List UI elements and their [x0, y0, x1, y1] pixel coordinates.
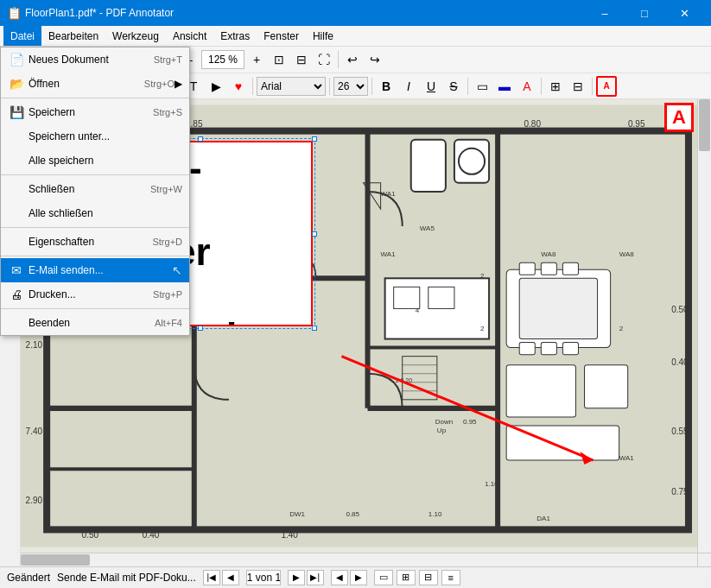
fit-width-btn[interactable]: ⊟ — [291, 49, 312, 70]
speichern-unter-label: Speichern unter... — [29, 130, 182, 142]
scrollbar-thumb-h[interactable] — [21, 554, 90, 566]
scrollbar-thumb-v[interactable] — [699, 99, 710, 151]
svg-text:2: 2 — [480, 272, 485, 280]
redo-btn[interactable]: ↪ — [365, 49, 385, 70]
page-next-btn[interactable]: ▶ — [288, 570, 305, 585]
svg-text:0.50: 0.50 — [671, 305, 689, 314]
undo-btn[interactable]: ↩ — [342, 49, 363, 70]
view-continuous-btn[interactable]: ≡ — [441, 570, 460, 585]
menu-bearbeiten[interactable]: Bearbeiten — [41, 26, 105, 46]
titlebar: 📋 FloorPlan1.pdf* - PDF Annotator – □ ✕ — [0, 0, 711, 26]
menu-hilfe[interactable]: Hilfe — [306, 26, 340, 46]
svg-text:Up: Up — [437, 427, 447, 434]
view-single-btn[interactable]: ▭ — [374, 570, 393, 585]
neues-dokument-label: Neues Dokument — [29, 54, 147, 66]
svg-text:2: 2 — [619, 325, 624, 332]
svg-rect-17 — [519, 278, 597, 338]
svg-text:2.10: 2.10 — [26, 340, 43, 350]
menu-beenden[interactable]: Beenden Alt+F4 — [1, 311, 189, 335]
underline-btn[interactable]: U — [421, 76, 441, 97]
bold-btn[interactable]: B — [376, 76, 397, 97]
zoom-in-btn[interactable]: + — [246, 49, 267, 70]
oeffnen-label: Öffnen — [29, 78, 137, 90]
sep-after-oeffnen — [1, 98, 189, 98]
menu-schliessen[interactable]: Schließen Strg+W — [1, 177, 189, 201]
svg-text:WA8: WA8 — [541, 250, 556, 258]
neues-dokument-shortcut: Strg+T — [154, 54, 182, 65]
border-color-btn[interactable]: ▭ — [472, 76, 492, 97]
schliessen-label: Schließen — [29, 183, 143, 195]
svg-text:WA5: WA5 — [420, 224, 435, 232]
svg-text:1.10: 1.10 — [485, 480, 498, 488]
menu-oeffnen[interactable]: 📂 Öffnen Strg+O ▶ — [1, 72, 189, 96]
fullscreen-btn[interactable]: ⛶ — [314, 49, 334, 70]
svg-text:0.40: 0.40 — [143, 530, 160, 540]
beenden-shortcut: Alt+F4 — [155, 318, 182, 328]
zoom-input[interactable] — [201, 50, 244, 69]
menu-alle-speichern[interactable]: Alle speichern — [1, 149, 189, 173]
svg-text:DW1: DW1 — [289, 510, 305, 518]
menu-eigenschaften[interactable]: Eigenschaften Strg+D — [1, 230, 189, 254]
svg-text:0.55: 0.55 — [671, 427, 689, 436]
status-changed: Geändert — [7, 572, 50, 584]
drucken-icon: 🖨 — [8, 286, 25, 303]
annotate-btn[interactable]: A — [596, 76, 617, 97]
menu-alle-schliessen[interactable]: Alle schließen — [1, 201, 189, 225]
statusbar-view-icons: ▭ ⊞ ⊟ ≡ — [374, 570, 460, 585]
menu-fenster[interactable]: Fenster — [257, 26, 306, 46]
more-tool[interactable]: ▶ — [206, 76, 226, 97]
fontsize-select[interactable]: 26 — [333, 77, 368, 96]
fill-color-btn[interactable]: ▬ — [494, 76, 515, 97]
fit-btn[interactable]: ⊡ — [269, 49, 289, 70]
page-last-btn[interactable]: ▶| — [307, 570, 324, 585]
drucken-shortcut: Strg+P — [153, 289, 182, 300]
page-first-btn[interactable]: |◀ — [203, 570, 220, 585]
sep7 — [371, 78, 372, 95]
menu-ansicht[interactable]: Ansicht — [166, 26, 213, 46]
svg-rect-24 — [506, 365, 575, 417]
sep-before-beenden — [1, 308, 189, 309]
maximize-button[interactable]: □ — [625, 0, 664, 26]
menu-neues-dokument[interactable]: 📄 Neues Dokument Strg+T — [1, 47, 189, 72]
strikethrough-btn[interactable]: S — [443, 76, 464, 97]
menu-datei[interactable]: Datei — [3, 26, 41, 46]
svg-rect-19 — [541, 262, 556, 275]
minimize-button[interactable]: – — [585, 0, 625, 26]
menubar: Datei Bearbeiten Werkzeug Ansicht Extras… — [0, 26, 711, 47]
menu-email-senden[interactable]: ✉ E-Mail senden... ↖ — [1, 258, 189, 282]
statusbar-back-fwd: ◀ ▶ — [331, 570, 367, 585]
scrollbar-vertical[interactable] — [697, 99, 711, 553]
sep-after-schliessen — [1, 227, 189, 228]
close-button[interactable]: ✕ — [664, 0, 704, 26]
cursor-indicator: ↖ — [172, 263, 182, 277]
svg-rect-18 — [519, 262, 535, 275]
status-email: Sende E-Mail mit PDF-Doku... — [57, 572, 196, 584]
view-grid-btn[interactable]: ⊟ — [419, 570, 438, 585]
svg-rect-22 — [541, 343, 556, 355]
text-color-btn[interactable]: A — [517, 76, 537, 97]
view-double-btn[interactable]: ⊞ — [397, 570, 416, 585]
table2-btn[interactable]: ⊟ — [568, 76, 588, 97]
font-select[interactable]: Arial — [257, 77, 326, 96]
svg-text:1.40: 1.40 — [281, 530, 298, 540]
menu-speichern-unter[interactable]: Speichern unter... — [1, 124, 189, 149]
table-btn[interactable]: ⊞ — [545, 76, 566, 97]
heart-tool[interactable]: ♥ — [228, 76, 249, 97]
italic-btn[interactable]: I — [398, 76, 419, 97]
fwd-history-btn[interactable]: ▶ — [350, 570, 367, 585]
svg-text:WA1: WA1 — [619, 454, 635, 462]
app-icon: 📋 — [7, 6, 22, 20]
menu-speichern[interactable]: 💾 Speichern Strg+S — [1, 100, 189, 124]
sep10 — [592, 78, 593, 95]
page-input[interactable] — [246, 570, 281, 585]
page-prev-btn[interactable]: ◀ — [222, 570, 239, 585]
drucken-label: Drucken... — [29, 288, 146, 300]
menu-werkzeug[interactable]: Werkzeug — [105, 26, 166, 46]
beenden-icon — [8, 314, 25, 332]
back-history-btn[interactable]: ◀ — [331, 570, 348, 585]
scrollbar-horizontal[interactable] — [21, 553, 697, 566]
eigenschaften-shortcut: Strg+D — [152, 237, 182, 247]
svg-rect-25 — [585, 365, 628, 408]
menu-drucken[interactable]: 🖨 Drucken... Strg+P — [1, 282, 189, 307]
menu-extras[interactable]: Extras — [213, 26, 257, 46]
